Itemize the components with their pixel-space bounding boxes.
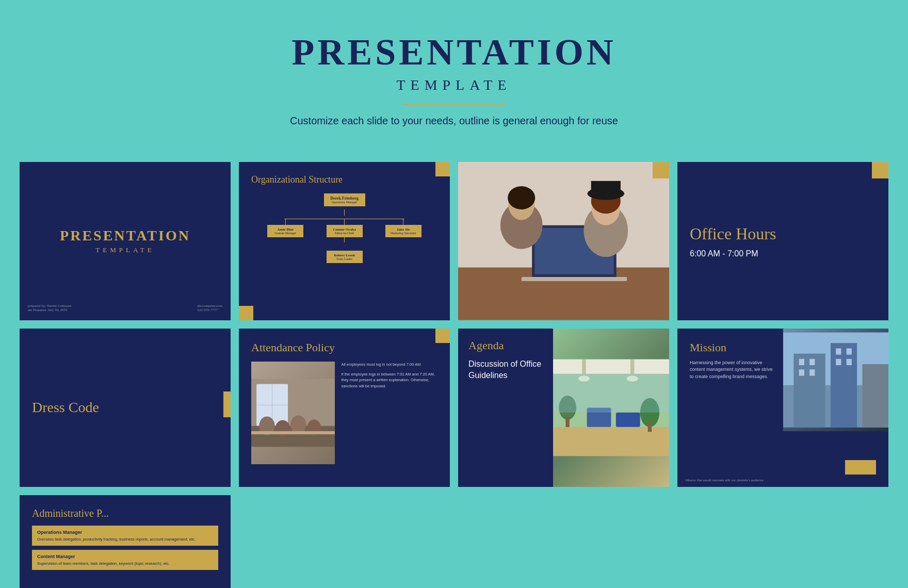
svg-rect-29 — [553, 427, 669, 456]
slide3-photo — [458, 162, 669, 320]
slide1-date: ate Prepared: July 30, 2055 — [28, 308, 72, 312]
slide1-company: abccompany.com — [197, 304, 222, 308]
slide7-photo — [553, 329, 669, 487]
svg-rect-36 — [553, 374, 669, 413]
slide4-hours: 6:00 AM - 7:00 PM — [690, 249, 758, 258]
slide-1-presentation[interactable]: PRESENTATION TEMPLATE prepared by: Naomi… — [20, 162, 231, 320]
svg-rect-35 — [616, 412, 640, 427]
slide1-title: PRESENTATION — [60, 227, 190, 244]
main-subtitle: TEMPLATE — [10, 77, 898, 93]
header-description: Customize each slide to your needs, outl… — [10, 115, 898, 127]
slide9-card2-desc: Supervision of team members, task delega… — [37, 561, 213, 566]
slide2-title: Organizational Structure — [251, 174, 437, 185]
svg-point-19 — [275, 420, 290, 436]
slide1-footer: prepared by: Naomi Colinares ate Prepare… — [28, 304, 222, 312]
slide1-prepared: prepared by: Naomi Colinares — [28, 304, 72, 308]
org-box-ceo: Derek Fritsberg Operations Manager — [324, 193, 365, 206]
svg-rect-31 — [648, 422, 652, 432]
slide-3-photo[interactable] — [458, 162, 669, 320]
slide8-text: Harnessing the power of innovative conte… — [690, 360, 773, 381]
slide1-subtitle: TEMPLATE — [95, 246, 154, 254]
page-header: PRESENTATION TEMPLATE Customize each sli… — [0, 0, 908, 148]
org-box-connor: Connor Oyaha Editor-In-Chief — [327, 225, 363, 237]
level2-2-role: Marketing Specialist — [391, 232, 416, 235]
slide6-para2: If the employee logs in between 7:01 AM … — [341, 371, 437, 389]
slide4-title: Office Hours — [690, 224, 776, 243]
slide9-card2-title: Content Manager — [37, 554, 213, 559]
svg-rect-33 — [565, 417, 569, 427]
svg-rect-24 — [553, 359, 669, 373]
header-divider — [402, 104, 506, 105]
org-box-jake: Jake Ale Marketing Specialist — [385, 225, 421, 237]
slide5-deco-right — [223, 391, 231, 417]
slide8-deco-gold — [845, 460, 876, 475]
slide9-card1-title: Operations Manager — [37, 530, 213, 535]
slides-grid: PRESENTATION TEMPLATE prepared by: Naomi… — [0, 148, 908, 588]
svg-point-6 — [508, 186, 535, 209]
slide-5-dress-code[interactable]: Dress Code — [20, 329, 231, 487]
slide6-title: Attendance Policy — [251, 341, 437, 354]
org-box-amie: Amie Blue Content Manager — [267, 225, 303, 237]
slide9-card1-desc: Oversees task delegation, productivity t… — [37, 537, 213, 542]
level2-1-name: Connor Oyaha — [333, 227, 355, 232]
slide5-title: Dress Code — [32, 399, 99, 416]
ceo-name: Derek Fritsberg — [330, 196, 359, 201]
slide9-card-2: Content Manager Supervision of team memb… — [32, 550, 218, 570]
slide6-para1: All employees must log in not beyond 7:0… — [341, 362, 437, 367]
slide-8-mission[interactable]: Mission Harnessing the power of innovati… — [677, 329, 888, 487]
org-box-robert: Robert Leash Team Leader — [327, 251, 363, 263]
org-chart: Derek Fritsberg Operations Manager Amie … — [251, 193, 437, 263]
level2-0-name: Amie Blue — [278, 227, 294, 232]
slide9-card-1: Operations Manager Oversees task delegat… — [32, 526, 218, 546]
level2-1-role: Editor-In-Chief — [332, 232, 358, 235]
ceo-role: Operations Manager — [329, 201, 360, 204]
level3-name: Robert Leash — [334, 253, 355, 257]
level2-2-name: Jake Ale — [397, 227, 410, 232]
slide1-phone: 222-555-7777 — [197, 308, 222, 312]
slide6-text: All employees must log in not beyond 7:0… — [341, 362, 437, 464]
slide7-title: Agenda — [468, 339, 549, 352]
slide6-content: All employees must log in not beyond 7:0… — [251, 362, 437, 464]
level3-role: Team Leader — [332, 257, 358, 260]
slide8-title: Mission — [690, 341, 876, 354]
main-title: PRESENTATION — [10, 31, 898, 74]
svg-rect-12 — [522, 277, 627, 281]
slide9-title: Administrative P... — [32, 508, 218, 519]
corner-deco-gold — [653, 162, 669, 178]
slide6-photo — [251, 362, 335, 464]
slide-2-org-structure[interactable]: Organizational Structure Derek Fritsberg… — [239, 162, 450, 320]
svg-rect-11 — [591, 181, 621, 197]
slide-4-office-hours[interactable]: Office Hours 6:00 AM - 7:00 PM — [677, 162, 888, 320]
slide-6-attendance[interactable]: Attendance Policy — [239, 329, 450, 487]
svg-rect-22 — [251, 431, 335, 434]
slide7-text: Discussion of Office Guidelines — [468, 358, 549, 382]
slide-7-agenda[interactable]: Agenda Discussion of Office Guidelines — [458, 329, 669, 487]
org-line-1 — [344, 209, 345, 216]
level2-0-role: Content Manager — [272, 232, 298, 235]
slide-9-admin[interactable]: Administrative P... Operations Manager O… — [20, 495, 231, 589]
slide6-deco — [435, 329, 450, 343]
slide8-footer: Mission that would resonate with our cli… — [686, 479, 765, 482]
slide4-deco — [872, 162, 888, 178]
